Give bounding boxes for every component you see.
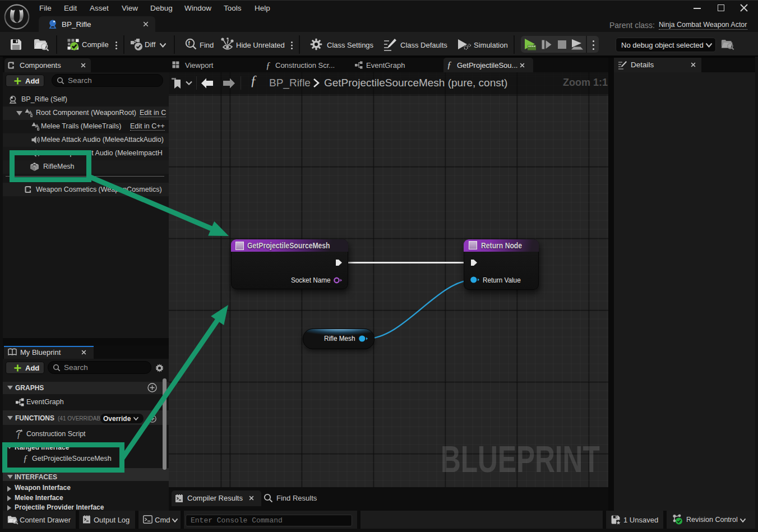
- svg-text:f: f: [188, 40, 191, 47]
- svg-text:f: f: [17, 431, 21, 439]
